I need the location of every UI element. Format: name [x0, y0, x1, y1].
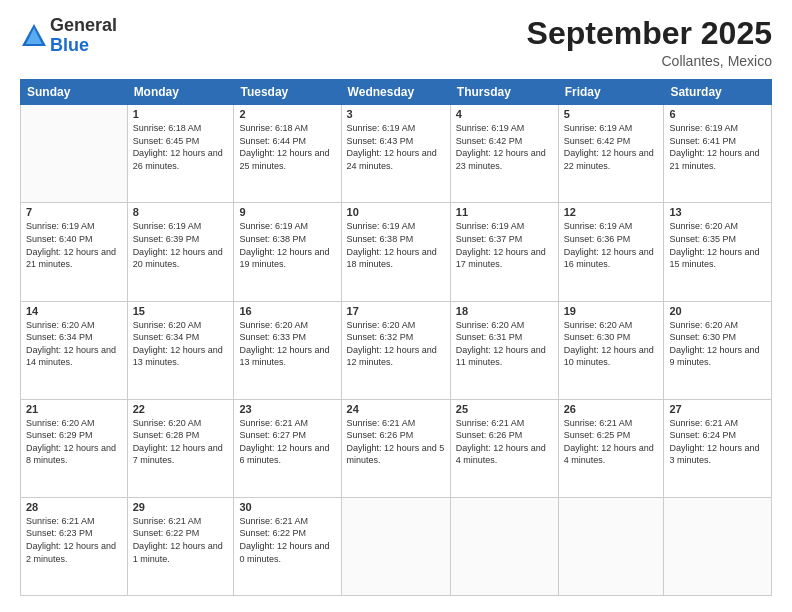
day-info: Sunrise: 6:19 AM Sunset: 6:38 PM Dayligh… [347, 220, 445, 270]
weekday-row: Sunday Monday Tuesday Wednesday Thursday… [21, 80, 772, 105]
calendar-cell: 24Sunrise: 6:21 AM Sunset: 6:26 PM Dayli… [341, 399, 450, 497]
page: General Blue September 2025 Collantes, M… [0, 0, 792, 612]
day-info: Sunrise: 6:19 AM Sunset: 6:42 PM Dayligh… [456, 122, 553, 172]
day-info: Sunrise: 6:19 AM Sunset: 6:40 PM Dayligh… [26, 220, 122, 270]
day-number: 17 [347, 305, 445, 317]
day-info: Sunrise: 6:18 AM Sunset: 6:45 PM Dayligh… [133, 122, 229, 172]
calendar-cell: 25Sunrise: 6:21 AM Sunset: 6:26 PM Dayli… [450, 399, 558, 497]
calendar-cell: 11Sunrise: 6:19 AM Sunset: 6:37 PM Dayli… [450, 203, 558, 301]
calendar-cell [450, 497, 558, 595]
calendar-cell: 10Sunrise: 6:19 AM Sunset: 6:38 PM Dayli… [341, 203, 450, 301]
calendar-cell: 30Sunrise: 6:21 AM Sunset: 6:22 PM Dayli… [234, 497, 341, 595]
day-number: 20 [669, 305, 766, 317]
calendar-cell: 7Sunrise: 6:19 AM Sunset: 6:40 PM Daylig… [21, 203, 128, 301]
calendar-cell: 12Sunrise: 6:19 AM Sunset: 6:36 PM Dayli… [558, 203, 664, 301]
day-number: 26 [564, 403, 659, 415]
day-number: 1 [133, 108, 229, 120]
day-number: 11 [456, 206, 553, 218]
calendar-cell [341, 497, 450, 595]
day-info: Sunrise: 6:20 AM Sunset: 6:35 PM Dayligh… [669, 220, 766, 270]
day-number: 4 [456, 108, 553, 120]
calendar-week-4: 28Sunrise: 6:21 AM Sunset: 6:23 PM Dayli… [21, 497, 772, 595]
calendar-body: 1Sunrise: 6:18 AM Sunset: 6:45 PM Daylig… [21, 105, 772, 596]
weekday-friday: Friday [558, 80, 664, 105]
day-number: 24 [347, 403, 445, 415]
day-number: 25 [456, 403, 553, 415]
day-number: 16 [239, 305, 335, 317]
day-number: 3 [347, 108, 445, 120]
day-info: Sunrise: 6:21 AM Sunset: 6:25 PM Dayligh… [564, 417, 659, 467]
weekday-wednesday: Wednesday [341, 80, 450, 105]
day-info: Sunrise: 6:20 AM Sunset: 6:34 PM Dayligh… [26, 319, 122, 369]
day-info: Sunrise: 6:20 AM Sunset: 6:29 PM Dayligh… [26, 417, 122, 467]
day-number: 18 [456, 305, 553, 317]
logo-icon [20, 22, 48, 50]
day-info: Sunrise: 6:20 AM Sunset: 6:31 PM Dayligh… [456, 319, 553, 369]
day-number: 9 [239, 206, 335, 218]
calendar-cell: 18Sunrise: 6:20 AM Sunset: 6:31 PM Dayli… [450, 301, 558, 399]
day-number: 27 [669, 403, 766, 415]
calendar-cell: 22Sunrise: 6:20 AM Sunset: 6:28 PM Dayli… [127, 399, 234, 497]
calendar-cell: 28Sunrise: 6:21 AM Sunset: 6:23 PM Dayli… [21, 497, 128, 595]
calendar-cell: 13Sunrise: 6:20 AM Sunset: 6:35 PM Dayli… [664, 203, 772, 301]
day-number: 12 [564, 206, 659, 218]
calendar-header: Sunday Monday Tuesday Wednesday Thursday… [21, 80, 772, 105]
day-number: 30 [239, 501, 335, 513]
day-info: Sunrise: 6:19 AM Sunset: 6:41 PM Dayligh… [669, 122, 766, 172]
calendar-cell: 19Sunrise: 6:20 AM Sunset: 6:30 PM Dayli… [558, 301, 664, 399]
day-info: Sunrise: 6:20 AM Sunset: 6:32 PM Dayligh… [347, 319, 445, 369]
day-info: Sunrise: 6:21 AM Sunset: 6:23 PM Dayligh… [26, 515, 122, 565]
calendar-week-2: 14Sunrise: 6:20 AM Sunset: 6:34 PM Dayli… [21, 301, 772, 399]
day-number: 6 [669, 108, 766, 120]
calendar-cell: 27Sunrise: 6:21 AM Sunset: 6:24 PM Dayli… [664, 399, 772, 497]
calendar-cell: 21Sunrise: 6:20 AM Sunset: 6:29 PM Dayli… [21, 399, 128, 497]
day-number: 19 [564, 305, 659, 317]
day-info: Sunrise: 6:19 AM Sunset: 6:36 PM Dayligh… [564, 220, 659, 270]
day-info: Sunrise: 6:21 AM Sunset: 6:24 PM Dayligh… [669, 417, 766, 467]
weekday-tuesday: Tuesday [234, 80, 341, 105]
day-info: Sunrise: 6:19 AM Sunset: 6:42 PM Dayligh… [564, 122, 659, 172]
day-info: Sunrise: 6:18 AM Sunset: 6:44 PM Dayligh… [239, 122, 335, 172]
day-info: Sunrise: 6:21 AM Sunset: 6:22 PM Dayligh… [133, 515, 229, 565]
day-number: 14 [26, 305, 122, 317]
day-info: Sunrise: 6:19 AM Sunset: 6:43 PM Dayligh… [347, 122, 445, 172]
day-info: Sunrise: 6:20 AM Sunset: 6:30 PM Dayligh… [669, 319, 766, 369]
logo: General Blue [20, 16, 117, 56]
day-number: 15 [133, 305, 229, 317]
month-title: September 2025 [527, 16, 772, 51]
day-number: 8 [133, 206, 229, 218]
day-info: Sunrise: 6:19 AM Sunset: 6:38 PM Dayligh… [239, 220, 335, 270]
calendar: Sunday Monday Tuesday Wednesday Thursday… [20, 79, 772, 596]
weekday-thursday: Thursday [450, 80, 558, 105]
calendar-week-0: 1Sunrise: 6:18 AM Sunset: 6:45 PM Daylig… [21, 105, 772, 203]
calendar-cell: 3Sunrise: 6:19 AM Sunset: 6:43 PM Daylig… [341, 105, 450, 203]
header: General Blue September 2025 Collantes, M… [20, 16, 772, 69]
calendar-cell: 29Sunrise: 6:21 AM Sunset: 6:22 PM Dayli… [127, 497, 234, 595]
day-info: Sunrise: 6:19 AM Sunset: 6:37 PM Dayligh… [456, 220, 553, 270]
day-number: 23 [239, 403, 335, 415]
day-info: Sunrise: 6:19 AM Sunset: 6:39 PM Dayligh… [133, 220, 229, 270]
calendar-cell: 8Sunrise: 6:19 AM Sunset: 6:39 PM Daylig… [127, 203, 234, 301]
day-info: Sunrise: 6:20 AM Sunset: 6:34 PM Dayligh… [133, 319, 229, 369]
location: Collantes, Mexico [527, 53, 772, 69]
day-number: 10 [347, 206, 445, 218]
day-number: 13 [669, 206, 766, 218]
day-number: 5 [564, 108, 659, 120]
day-info: Sunrise: 6:21 AM Sunset: 6:27 PM Dayligh… [239, 417, 335, 467]
calendar-cell: 20Sunrise: 6:20 AM Sunset: 6:30 PM Dayli… [664, 301, 772, 399]
calendar-week-3: 21Sunrise: 6:20 AM Sunset: 6:29 PM Dayli… [21, 399, 772, 497]
calendar-cell: 17Sunrise: 6:20 AM Sunset: 6:32 PM Dayli… [341, 301, 450, 399]
day-info: Sunrise: 6:21 AM Sunset: 6:26 PM Dayligh… [347, 417, 445, 467]
day-info: Sunrise: 6:21 AM Sunset: 6:26 PM Dayligh… [456, 417, 553, 467]
calendar-cell: 23Sunrise: 6:21 AM Sunset: 6:27 PM Dayli… [234, 399, 341, 497]
title-block: September 2025 Collantes, Mexico [527, 16, 772, 69]
day-number: 21 [26, 403, 122, 415]
logo-general-text: General [50, 15, 117, 35]
calendar-cell: 4Sunrise: 6:19 AM Sunset: 6:42 PM Daylig… [450, 105, 558, 203]
weekday-sunday: Sunday [21, 80, 128, 105]
weekday-saturday: Saturday [664, 80, 772, 105]
calendar-cell: 2Sunrise: 6:18 AM Sunset: 6:44 PM Daylig… [234, 105, 341, 203]
calendar-week-1: 7Sunrise: 6:19 AM Sunset: 6:40 PM Daylig… [21, 203, 772, 301]
calendar-cell [558, 497, 664, 595]
day-info: Sunrise: 6:20 AM Sunset: 6:33 PM Dayligh… [239, 319, 335, 369]
